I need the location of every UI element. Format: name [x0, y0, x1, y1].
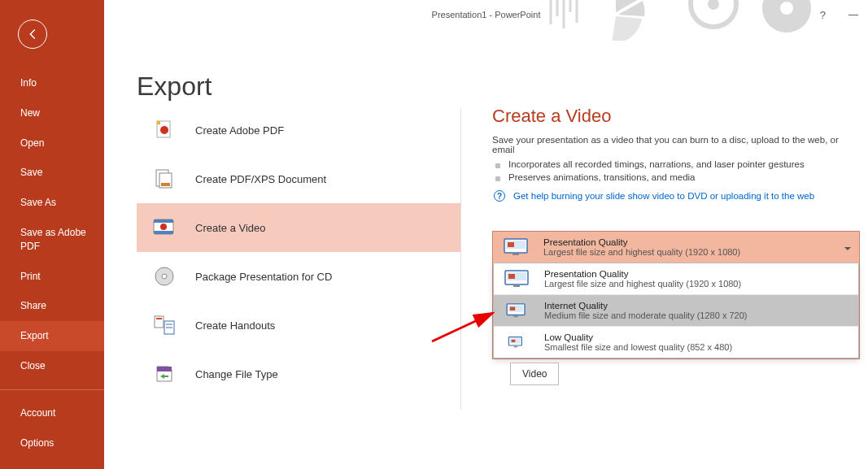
- window-title: Presentation1 - PowerPoint: [432, 10, 541, 20]
- export-options-list: Create Adobe PDF Create PDF/XPS Document…: [137, 106, 460, 398]
- quality-option-title: Internet Quality: [544, 301, 850, 310]
- svg-rect-40: [512, 340, 516, 342]
- svg-point-19: [162, 274, 167, 279]
- adobe-pdf-icon: [151, 117, 177, 143]
- page-title: Export: [137, 72, 868, 102]
- title-bar: Presentation1 - PowerPoint ?: [104, 0, 868, 29]
- section-title: Create a Video: [492, 106, 860, 127]
- svg-rect-15: [154, 219, 173, 223]
- question-icon: ?: [494, 190, 505, 202]
- export-details-pane: Create a Video Save your presentation as…: [492, 106, 860, 385]
- svg-rect-28: [508, 242, 514, 247]
- svg-rect-37: [513, 315, 517, 317]
- backstage-sidebar: Info New Open Save Save As Save as Adobe…: [0, 0, 104, 469]
- quality-option-desc: Smallest file size and lowest quality (8…: [544, 342, 850, 352]
- svg-rect-33: [513, 285, 520, 287]
- export-option-label: Change File Type: [195, 368, 278, 380]
- monitor-icon: [502, 268, 531, 289]
- help-link[interactable]: ? Get help burning your slide show video…: [492, 190, 860, 202]
- quality-dropdown: Presentation Quality Largest file size a…: [492, 231, 860, 359]
- vertical-divider: [460, 109, 461, 410]
- export-option-label: Package Presentation for CD: [195, 271, 332, 283]
- quality-option-title: Low Quality: [544, 332, 850, 342]
- sidebar-item-save-adobe-pdf[interactable]: Save as Adobe PDF: [0, 218, 104, 262]
- export-option-adobe-pdf[interactable]: Create Adobe PDF: [137, 106, 460, 154]
- svg-rect-29: [513, 254, 519, 255]
- svg-rect-32: [508, 274, 515, 279]
- main-pane: Presentation1 - PowerPoint ? Export Crea…: [104, 0, 868, 469]
- export-option-label: Create Adobe PDF: [195, 124, 284, 137]
- sidebar-item-account[interactable]: Account: [0, 398, 104, 428]
- bullet-icon: [495, 163, 500, 168]
- section-subtitle: Save your presentation as a video that y…: [492, 135, 860, 154]
- quality-option-internet[interactable]: Internet Quality Medium file size and mo…: [494, 294, 858, 326]
- quality-option-title: Presentation Quality: [544, 269, 850, 279]
- sidebar-divider: [0, 389, 104, 390]
- export-option-video[interactable]: Create a Video: [137, 203, 460, 252]
- export-option-label: Create PDF/XPS Document: [195, 173, 326, 185]
- svg-rect-41: [514, 346, 517, 348]
- sidebar-item-open[interactable]: Open: [0, 128, 104, 159]
- bullet-text: Preserves animations, transitions, and m…: [508, 172, 695, 182]
- create-video-button[interactable]: Video: [510, 363, 559, 385]
- svg-rect-21: [156, 318, 162, 319]
- export-option-package-cd[interactable]: Package Presentation for CD: [137, 252, 460, 301]
- export-option-pdf-xps[interactable]: Create PDF/XPS Document: [137, 154, 460, 203]
- pdf-xps-icon: [151, 166, 177, 192]
- sidebar-item-export[interactable]: Export: [0, 321, 104, 351]
- sidebar-item-options[interactable]: Options: [0, 428, 104, 458]
- svg-rect-25: [157, 367, 172, 371]
- sidebar-item-close[interactable]: Close: [0, 351, 104, 381]
- minimize-icon[interactable]: [848, 15, 858, 15]
- handouts-icon: [151, 312, 177, 338]
- quality-option-low[interactable]: Low Quality Smallest file size and lowes…: [494, 326, 858, 358]
- svg-point-17: [160, 224, 167, 230]
- quality-option-desc: Largest file size and highest quality (1…: [544, 279, 850, 289]
- bullet-text: Incorporates all recorded timings, narra…: [508, 159, 805, 169]
- sidebar-item-save[interactable]: Save: [0, 158, 104, 188]
- export-option-label: Create Handouts: [195, 319, 275, 332]
- monitor-icon: [502, 332, 531, 353]
- monitor-icon: [502, 300, 531, 321]
- monitor-icon: [501, 237, 530, 258]
- export-option-handouts[interactable]: Create Handouts: [137, 301, 460, 350]
- sidebar-item-print[interactable]: Print: [0, 262, 104, 292]
- back-button[interactable]: [18, 20, 47, 49]
- sidebar-item-info[interactable]: Info: [0, 68, 104, 98]
- bullet-icon: [495, 176, 500, 181]
- export-option-change-file-type[interactable]: Change File Type: [137, 350, 460, 398]
- sidebar-item-share[interactable]: Share: [0, 291, 104, 321]
- svg-rect-36: [510, 306, 515, 310]
- chevron-down-icon: [844, 240, 851, 254]
- bullet-item: Preserves animations, transitions, and m…: [492, 172, 860, 182]
- help-link-text: Get help burning your slide show video t…: [513, 191, 814, 201]
- export-option-label: Create a Video: [195, 222, 266, 234]
- quality-dropdown-selected[interactable]: Presentation Quality Largest file size a…: [493, 232, 859, 263]
- bullet-item: Incorporates all recorded timings, narra…: [492, 159, 860, 169]
- help-icon[interactable]: ?: [820, 9, 826, 21]
- quality-selected-title: Presentation Quality: [543, 237, 851, 247]
- svg-rect-16: [154, 231, 173, 234]
- cd-icon: [151, 263, 177, 289]
- video-icon: [151, 215, 177, 241]
- quality-dropdown-options: Presentation Quality Largest file size a…: [493, 263, 859, 358]
- change-filetype-icon: [151, 361, 177, 387]
- sidebar-item-save-as[interactable]: Save As: [0, 188, 104, 218]
- sidebar-menu: Info New Open Save Save As Save as Adobe…: [0, 68, 104, 458]
- svg-rect-13: [161, 183, 170, 186]
- quality-option-desc: Medium file size and moderate quality (1…: [544, 310, 850, 320]
- svg-point-10: [160, 126, 168, 134]
- back-arrow-icon: [25, 27, 40, 41]
- sidebar-item-new[interactable]: New: [0, 98, 104, 128]
- quality-selected-desc: Largest file size and highest quality (1…: [543, 247, 851, 257]
- quality-option-presentation[interactable]: Presentation Quality Largest file size a…: [494, 263, 858, 294]
